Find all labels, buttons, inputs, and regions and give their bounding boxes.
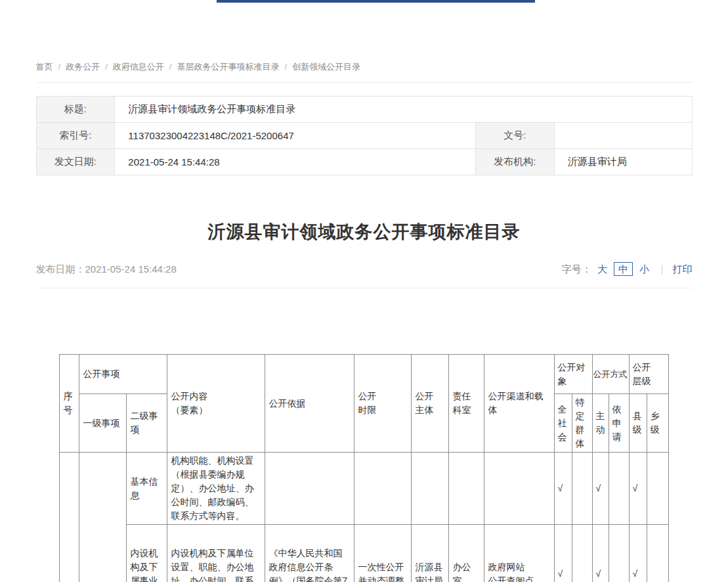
meta-row-date: 发文日期: 2021-05-24 15:44:28 发布机构: 沂源县审计局 (36, 149, 692, 175)
meta-org-value: 沂源县审计局 (554, 149, 692, 175)
catalog-header-row-1: 序号 公开事项 公开内容 （要素） 公开依据 公开 时限 公开 主体 责任科室 … (59, 355, 668, 394)
font-size-label: 字号： (562, 263, 591, 275)
publish-date-value: 2021-05-24 15:44:28 (85, 263, 177, 275)
toolbar-divider: | (660, 263, 663, 275)
cell-department (448, 453, 484, 525)
header-level-county: 县 级 (629, 394, 647, 453)
font-size-small-button[interactable]: 小 (639, 263, 649, 275)
print-button[interactable]: 打印 (673, 263, 693, 275)
font-size-large-button[interactable]: 大 (597, 263, 607, 275)
header-channel: 公开渠道和载体 (484, 355, 554, 453)
header-department: 责任科室 (448, 355, 484, 453)
page-container: 首页/政务公开/政府信息公开/基层政务公开事项标准目录/创新领域公开目录 标题:… (36, 0, 693, 582)
header-audience-group: 公开对 象 (554, 355, 592, 394)
breadcrumb-item-open-gov[interactable]: 政务公开 (66, 62, 100, 72)
catalog-row-basic-info: 基本信息 机构职能、机构设置（根据县委编办规定）、办公地址、办公时间、邮政编码、… (59, 453, 668, 525)
article-toolbar: 字号： 大 中 小 | 打印 (562, 263, 693, 276)
cell-subject (411, 453, 448, 525)
cell-department: 办公室 (448, 525, 484, 582)
font-size-medium-button[interactable]: 中 (614, 262, 633, 276)
meta-index-value: 11370323004223148C/2021-5200647 (115, 123, 476, 149)
cell-check-level-township (647, 525, 668, 582)
cell-check-method-request (609, 525, 629, 582)
page-title: 沂源县审计领域政务公开事项标准目录 (36, 220, 693, 244)
cell-check-level-county: √ (629, 525, 647, 582)
cell-check-audience-all: √ (554, 453, 572, 525)
header-time-limit: 公开 时限 (354, 355, 411, 453)
cell-check-audience-all: √ (554, 525, 572, 582)
meta-row-index: 索引号: 11370323004223148C/2021-5200647 文号: (36, 123, 692, 149)
header-level2: 二级事项 (126, 394, 167, 453)
header-subject: 公开 主体 (411, 355, 448, 453)
publish-date: 发布日期：2021-05-24 15:44:28 (36, 263, 177, 276)
cell-level1 (79, 453, 126, 582)
meta-title-value: 沂源县审计领域政务公开事项标准目录 (115, 97, 692, 123)
breadcrumb-separator: / (58, 62, 61, 72)
cell-check-level-county: √ (629, 453, 647, 525)
document-meta-table: 标题: 沂源县审计领域政务公开事项标准目录 索引号: 1137032300422… (36, 96, 693, 175)
breadcrumb: 首页/政务公开/政府信息公开/基层政务公开事项标准目录/创新领域公开目录 (36, 61, 693, 83)
cell-time-limit (354, 453, 411, 525)
breadcrumb-item-standard-catalog[interactable]: 基层政务公开事项标准目录 (177, 62, 279, 72)
meta-pubdate-value: 2021-05-24 15:44:28 (115, 149, 476, 175)
header-method-request: 依申 请 (609, 394, 629, 453)
cell-content: 内设机构及下属单位设置、职能、办公地址、办公时间、联系方式、负责人姓名 (167, 525, 265, 582)
header-level1: 一级事项 (79, 394, 126, 453)
header-level-group: 公开 层级 (629, 355, 668, 394)
cell-content: 机构职能、机构设置（根据县委编办规定）、办公地址、办公时间、邮政编码、联系方式等… (167, 453, 265, 525)
meta-docnum-label: 文号: (475, 123, 554, 149)
breadcrumb-separator: / (169, 62, 172, 72)
header-seq: 序号 (59, 355, 79, 453)
cell-seq (59, 453, 79, 582)
catalog-table-wrapper: 序号 公开事项 公开内容 （要素） 公开依据 公开 时限 公开 主体 责任科室 … (36, 354, 693, 582)
breadcrumb-separator: / (284, 62, 287, 72)
header-method-group: 公开方式 (592, 355, 629, 394)
cell-level2: 内设机构及下属事业单位 (126, 525, 167, 582)
cell-check-method-active: √ (592, 525, 609, 582)
header-method-active: 主 动 (592, 394, 609, 453)
cell-level2: 基本信息 (126, 453, 167, 525)
cell-basis: 《中华人民共和国政府信息公开条例》（国务院令第711号） (265, 525, 354, 582)
header-item-group: 公开事项 (79, 355, 167, 394)
meta-org-label: 发布机构: (475, 149, 554, 175)
cell-basis (265, 453, 354, 525)
cell-channel: 政府网站 公开查阅点 (484, 525, 554, 582)
header-level-township: 乡 级 (647, 394, 668, 453)
article-meta-bar: 发布日期：2021-05-24 15:44:28 字号： 大 中 小 | 打印 (36, 263, 693, 288)
catalog-table: 序号 公开事项 公开内容 （要素） 公开依据 公开 时限 公开 主体 责任科室 … (59, 354, 669, 582)
cell-check-method-active: √ (592, 453, 609, 525)
cell-check-level-township (647, 453, 668, 525)
header-audience-all: 全 社 会 (554, 394, 572, 453)
meta-pubdate-label: 发文日期: (36, 149, 115, 175)
breadcrumb-item-home[interactable]: 首页 (36, 62, 53, 72)
meta-docnum-value (554, 123, 692, 149)
cell-check-method-request (609, 453, 629, 525)
cell-check-audience-specific (572, 525, 592, 582)
breadcrumb-item-gov-info[interactable]: 政府信息公开 (113, 62, 164, 72)
breadcrumb-item-innovation-catalog[interactable]: 创新领域公开目录 (292, 62, 360, 72)
cell-time-limit: 一次性公开并动态调整 (354, 525, 411, 582)
meta-row-title: 标题: 沂源县审计领域政务公开事项标准目录 (36, 97, 692, 123)
header-audience-specific: 特 定 群 体 (572, 394, 592, 453)
cell-subject: 沂源县审计局 (411, 525, 448, 582)
catalog-row-internal-orgs: 内设机构及下属事业单位 内设机构及下属单位设置、职能、办公地址、办公时间、联系方… (59, 525, 668, 582)
cell-check-audience-specific (572, 453, 592, 525)
header-basis: 公开依据 (265, 355, 354, 453)
publish-date-label: 发布日期： (36, 263, 85, 275)
meta-index-label: 索引号: (36, 123, 115, 149)
cell-channel (484, 453, 554, 525)
meta-title-label: 标题: (36, 97, 115, 123)
header-content: 公开内容 （要素） (167, 355, 265, 453)
breadcrumb-separator: / (105, 62, 108, 72)
